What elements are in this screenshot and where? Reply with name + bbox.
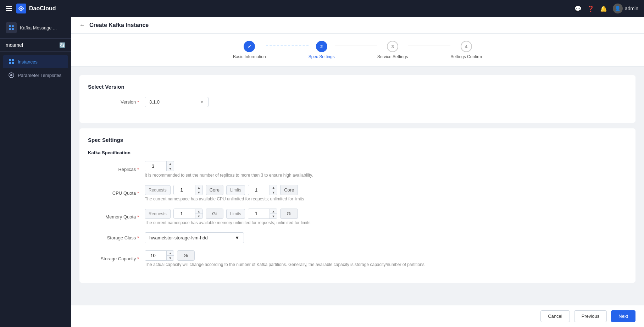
mem-requests-tag: Requests	[145, 209, 171, 219]
version-row: Version 3.1.0 ▼	[88, 97, 627, 107]
chevron-down-icon: ▼	[200, 100, 204, 104]
next-button[interactable]: Next	[611, 310, 635, 322]
svg-rect-5	[12, 28, 14, 30]
storage-class-select[interactable]: hwameistor-storage-lvm-hdd ▼	[145, 232, 244, 243]
svg-rect-8	[9, 62, 11, 64]
sidebar-item-parameter-templates[interactable]: Parameter Templates	[3, 69, 68, 82]
mem-requests-input[interactable]	[174, 209, 195, 218]
step-3-label: Service Settings	[377, 54, 408, 59]
mem-limits-input[interactable]	[248, 209, 270, 218]
mem-requests-input-wrap: ▲ ▼	[173, 209, 203, 219]
sidebar-instances-label: Instances	[18, 59, 38, 65]
spec-settings-section: Spec Settings Kafka Specification Replic…	[79, 128, 635, 283]
hamburger-menu[interactable]	[6, 6, 12, 11]
cpu-hint: The current namespace has available CPU …	[145, 196, 304, 201]
select-version-title: Select Version	[88, 84, 627, 90]
previous-button[interactable]: Previous	[574, 310, 607, 322]
step-3: 3 Service Settings	[377, 41, 408, 59]
instances-icon	[9, 59, 14, 65]
storage-class-row: Storage Class hwameistor-storage-lvm-hdd…	[88, 232, 627, 243]
mem-limits-tag: Limits	[226, 209, 245, 219]
connector-1-2	[266, 45, 309, 45]
mem-limits-unit: Gi	[280, 209, 298, 219]
storage-capacity-row: Storage Capacity ▲ ▼ Gi	[88, 250, 627, 267]
cpu-limits-unit: Core	[280, 185, 298, 195]
storage-capacity-increment[interactable]: ▲	[167, 251, 174, 256]
mem-requests-increment[interactable]: ▲	[195, 209, 202, 214]
step-3-circle: 3	[387, 41, 398, 52]
sidebar-nav: Instances Parameter Templates	[0, 52, 71, 85]
back-button[interactable]: ←	[79, 22, 85, 28]
navbar: DaoCloud 💬 ❓ 🔔 👤 admin	[0, 0, 644, 17]
step-1-label: Basic Information	[233, 54, 266, 59]
mem-limits-input-wrap: ▲ ▼	[248, 209, 277, 219]
cancel-button[interactable]: Cancel	[540, 310, 570, 322]
mem-limits-decrement[interactable]: ▼	[270, 214, 277, 218]
kafka-spec-label: Kafka Specification	[88, 150, 627, 155]
cpu-requests-increment[interactable]: ▲	[195, 185, 202, 190]
footer: Cancel Previous Next	[71, 305, 644, 327]
help-icon[interactable]: ❓	[587, 5, 594, 12]
cpu-requests-decrement[interactable]: ▼	[195, 190, 202, 195]
replicas-row: Replicas ▲ ▼ It is recommended to	[88, 161, 627, 178]
mem-requests-decrement[interactable]: ▼	[195, 214, 202, 218]
svg-rect-3	[12, 25, 14, 27]
cpu-quota-row: CPU Quota Requests ▲ ▼ Core	[88, 185, 627, 201]
svg-rect-9	[12, 62, 14, 64]
cpu-requests-input-wrap: ▲ ▼	[173, 185, 203, 195]
storage-capacity-hint: The actual capacity will change accordin…	[145, 262, 426, 267]
sidebar: Kafka Message ... mcamel 🔄 Instances	[0, 17, 71, 327]
cpu-limits-tag: Limits	[226, 185, 245, 195]
user-menu[interactable]: 👤 admin	[613, 4, 638, 13]
content-area: Select Version Version 3.1.0 ▼ Spec Sett…	[71, 67, 644, 305]
svg-rect-2	[9, 25, 11, 27]
sidebar-namespace: mcamel 🔄	[0, 39, 71, 52]
replicas-decrement[interactable]: ▼	[167, 166, 174, 171]
cpu-requests-input[interactable]	[174, 185, 195, 195]
storage-capacity-decrement[interactable]: ▼	[167, 256, 174, 260]
svg-point-1	[20, 7, 22, 9]
cpu-requests-tag: Requests	[145, 185, 171, 195]
storage-class-chevron-icon: ▼	[235, 235, 239, 240]
svg-point-11	[10, 74, 12, 76]
sidebar-app-name: Kafka Message ...	[20, 25, 57, 31]
main-content: ← Create Kafka Instance ✓ Basic Informat…	[71, 17, 644, 327]
cpu-requests-unit: Core	[206, 185, 223, 195]
cpu-limits-increment[interactable]: ▲	[270, 185, 277, 190]
version-select-value: 3.1.0	[149, 99, 160, 105]
cpu-quota-label: CPU Quota	[88, 190, 145, 196]
memory-quota-label: Memory Quota	[88, 214, 145, 220]
cpu-limits-decrement[interactable]: ▼	[270, 190, 277, 195]
storage-class-value: hwameistor-storage-lvm-hdd	[149, 235, 208, 240]
bell-icon[interactable]: 🔔	[600, 5, 607, 12]
message-icon[interactable]: 💬	[574, 5, 582, 12]
sidebar-app: Kafka Message ...	[0, 17, 71, 39]
logo: DaoCloud	[16, 4, 56, 13]
cpu-limits-input[interactable]	[248, 185, 270, 195]
replicas-input[interactable]	[145, 161, 166, 171]
step-2-label: Spec Settings	[309, 54, 335, 59]
page-header: ← Create Kafka Instance	[71, 17, 644, 34]
sidebar-item-instances[interactable]: Instances	[3, 55, 68, 68]
cpu-limits-input-wrap: ▲ ▼	[248, 185, 277, 195]
replicas-increment[interactable]: ▲	[167, 161, 174, 166]
step-1: ✓ Basic Information	[233, 41, 266, 59]
replicas-input-wrap: ▲ ▼	[145, 161, 174, 171]
layout: Kafka Message ... mcamel 🔄 Instances	[0, 17, 644, 327]
mem-limits-increment[interactable]: ▲	[270, 209, 277, 214]
connector-2-3	[335, 45, 377, 45]
storage-capacity-input[interactable]	[145, 251, 166, 260]
storage-capacity-input-wrap: ▲ ▼	[145, 250, 174, 261]
step-2: 2 Spec Settings	[309, 41, 335, 59]
parameter-templates-icon	[9, 72, 14, 78]
storage-capacity-unit: Gi	[177, 250, 195, 261]
refresh-icon[interactable]: 🔄	[59, 42, 65, 48]
replicas-hint: It is recommended to set the number of r…	[145, 173, 313, 178]
cpu-quota-group: Requests ▲ ▼ Core Limits	[145, 185, 304, 195]
avatar: 👤	[613, 4, 623, 13]
svg-rect-7	[12, 59, 14, 61]
page-title: Create Kafka Instance	[89, 22, 149, 28]
step-1-circle: ✓	[244, 41, 255, 52]
stepper: ✓ Basic Information 2 Spec Settings 3 Se…	[233, 41, 482, 59]
version-select[interactable]: 3.1.0 ▼	[145, 97, 209, 107]
